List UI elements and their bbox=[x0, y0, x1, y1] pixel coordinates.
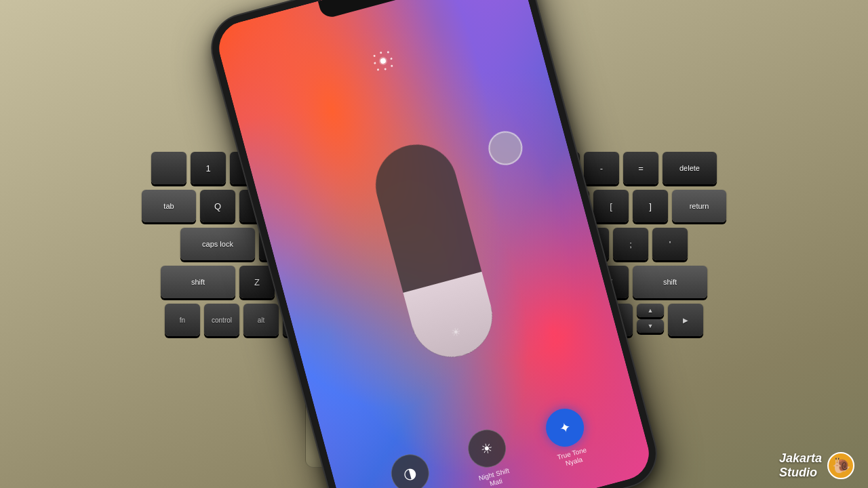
key-minus: - bbox=[584, 152, 619, 184]
key-semicolon: ; bbox=[613, 228, 648, 260]
key-empty1 bbox=[151, 152, 186, 184]
key-delete: delete bbox=[663, 152, 717, 184]
key-bracket-open: [ bbox=[593, 190, 629, 222]
studio-text: Studio bbox=[779, 466, 822, 480]
key-1: 1 bbox=[191, 152, 226, 184]
night-shift-control[interactable]: ☀ Night ShiftMati bbox=[464, 425, 515, 488]
key-alt: alt bbox=[243, 304, 279, 336]
key-control: control bbox=[204, 304, 239, 336]
key-fn: fn bbox=[165, 304, 200, 336]
key-q: Q bbox=[200, 190, 235, 222]
key-shift-right: shift bbox=[633, 266, 707, 298]
key-shift-left: shift bbox=[161, 266, 235, 298]
key-equals: = bbox=[623, 152, 658, 184]
dark-mode-control[interactable]: ◑ Mode Gelap bbox=[387, 450, 436, 488]
key-return: return bbox=[672, 190, 726, 222]
dark-mode-icon: ◑ bbox=[401, 463, 418, 483]
key-bracket-close: ] bbox=[633, 190, 668, 222]
scene: 1 2 3 4 5 6 7 8 9 0 - = delete tab Q W E… bbox=[0, 0, 868, 488]
dark-mode-button[interactable]: ◑ bbox=[387, 450, 433, 488]
key-arrow-up: ▲ bbox=[637, 304, 664, 317]
watermark-brand-text: Jakarta Studio bbox=[779, 451, 822, 480]
night-shift-icon: ☀ bbox=[479, 439, 495, 458]
true-tone-icon: ✦ bbox=[557, 418, 573, 437]
key-tab: tab bbox=[142, 190, 196, 222]
watermark: Jakarta Studio 🐌 bbox=[779, 451, 854, 480]
key-caps: caps lock bbox=[180, 228, 255, 260]
key-quote: ' bbox=[652, 228, 688, 260]
snail-logo: 🐌 bbox=[827, 452, 854, 479]
key-z: Z bbox=[239, 266, 275, 298]
key-arrow-right: ▶ bbox=[668, 304, 703, 336]
jakarta-text: Jakarta bbox=[779, 451, 822, 466]
key-arrow-down: ▼ bbox=[637, 319, 664, 333]
true-tone-control[interactable]: ✦ True ToneNyala bbox=[542, 405, 593, 471]
